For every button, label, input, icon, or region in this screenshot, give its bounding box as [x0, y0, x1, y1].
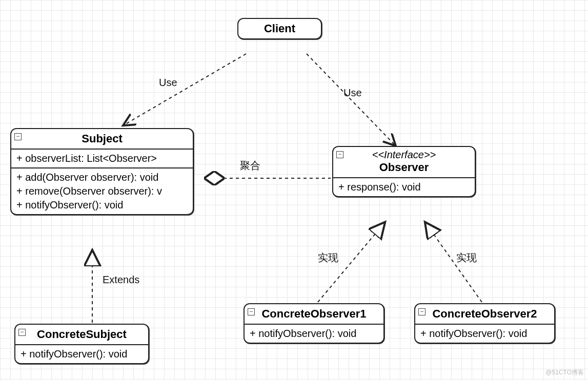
interface-observer-ops: + response(): void [333, 177, 475, 196]
collapse-icon[interactable]: − [336, 151, 343, 158]
class-concrete-subject: − ConcreteSubject + notifyObserver(): vo… [14, 324, 149, 364]
collapse-icon[interactable]: − [418, 308, 425, 315]
label-realize-2: 实现 [456, 251, 477, 265]
class-concrete-observer-1-ops: + notifyObserver(): void [245, 324, 383, 343]
op-row: + notifyObserver(): void [420, 327, 549, 341]
interface-observer-title: Observer [333, 161, 475, 177]
collapse-icon[interactable]: − [14, 133, 22, 140]
op-row: + notifyObserver(): void [16, 198, 188, 212]
class-concrete-subject-title: ConcreteSubject [15, 325, 148, 344]
class-subject-attrs: + observerList: List<Observer> [11, 149, 193, 167]
class-concrete-observer-2-ops: + notifyObserver(): void [415, 324, 554, 343]
class-client-title: Client [238, 19, 321, 38]
class-concrete-observer-2-title: ConcreteObserver2 [415, 304, 554, 324]
op-row: + notifyObserver(): void [21, 347, 143, 361]
op-row: + remove(Observer observer): v [16, 184, 188, 198]
observer-stereotype: <<Interface>> [333, 147, 475, 161]
class-concrete-observer-2: − ConcreteObserver2 + notifyObserver(): … [414, 303, 555, 344]
label-realize-1: 实现 [318, 251, 338, 265]
class-concrete-observer-1: − ConcreteObserver1 + notifyObserver(): … [244, 303, 384, 344]
collapse-icon[interactable]: − [18, 329, 26, 336]
class-client: Client [237, 18, 322, 39]
label-use-1: Use [159, 77, 177, 89]
label-aggregation: 聚合 [240, 159, 260, 173]
op-row: + add(Observer observer): void [16, 171, 188, 184]
attr-row: + observerList: List<Observer> [16, 152, 188, 165]
label-use-2: Use [343, 87, 362, 99]
op-row: + response(): void [338, 180, 470, 194]
class-subject: − Subject + observerList: List<Observer>… [10, 128, 194, 215]
interface-observer: − <<Interface>> Observer + response(): v… [332, 146, 476, 197]
class-concrete-subject-ops: + notifyObserver(): void [15, 344, 148, 363]
class-concrete-observer-1-title: ConcreteObserver1 [245, 304, 383, 324]
class-subject-title: Subject [11, 129, 193, 149]
class-subject-ops: + add(Observer observer): void + remove(… [11, 167, 193, 214]
label-extends: Extends [103, 274, 139, 286]
collapse-icon[interactable]: − [248, 308, 255, 315]
op-row: + notifyObserver(): void [250, 327, 378, 341]
watermark: @51CTO博客 [545, 368, 584, 377]
